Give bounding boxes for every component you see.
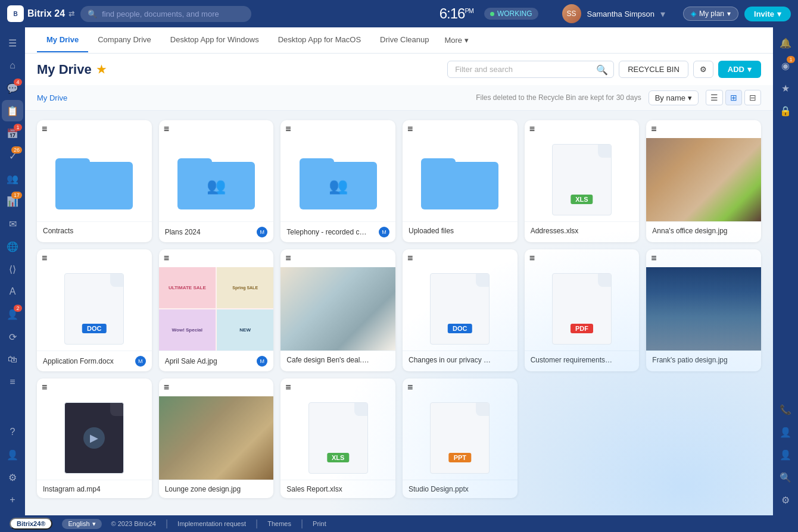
status-label: WORKING (497, 10, 532, 18)
sidebar-item-home[interactable]: ⌂ (2, 55, 23, 76)
card-menu-icon[interactable]: ≡ (42, 253, 47, 264)
right-person2-icon[interactable]: 👤 (775, 444, 796, 465)
settings-button[interactable]: ⚙ (693, 61, 713, 78)
sidebar-item-shop[interactable]: 🛍 (2, 349, 23, 370)
invite-button[interactable]: Invite ▾ (744, 7, 791, 21)
sidebar-item-menu[interactable]: ☰ (2, 32, 23, 54)
logo-icon: B (7, 5, 24, 22)
sidebar-item-code[interactable]: ⟨⟩ (2, 258, 23, 280)
language-selector[interactable]: English ▾ (62, 519, 101, 529)
my-plan-button[interactable]: ◈ My plan ▾ (683, 7, 738, 21)
settings-adjust-icon[interactable]: ⇄ (68, 10, 74, 18)
plan-dropdown-icon: ▾ (727, 10, 731, 18)
file-card[interactable]: ≡ XLS Addresses.xlsx (525, 120, 640, 242)
filter-search-input[interactable] (447, 61, 614, 78)
file-card[interactable]: ≡ DOC Changes in our privacy policy.docx (403, 249, 518, 371)
user-name[interactable]: Samantha Simpson (587, 10, 654, 18)
card-menu-icon[interactable]: ≡ (529, 253, 535, 264)
right-badge-icon[interactable]: ◉ 1 (775, 55, 796, 76)
card-menu-icon[interactable]: ≡ (164, 382, 169, 393)
file-card[interactable]: ≡ Frank's patio design.jpg (646, 249, 761, 371)
more-dropdown-icon: ▾ (465, 36, 469, 45)
card-menu-icon[interactable]: ≡ (529, 124, 535, 134)
sidebar-item-help[interactable]: ? (2, 421, 23, 443)
add-label: ADD (728, 65, 744, 74)
sidebar-item-mail[interactable]: ✉ (2, 213, 23, 234)
right-search-icon[interactable]: 🔍 (775, 467, 796, 488)
card-menu-icon[interactable]: ≡ (651, 124, 656, 134)
breadcrumb[interactable]: My Drive (37, 93, 67, 102)
tab-desktop-windows[interactable]: Desktop App for Windows (161, 28, 269, 52)
card-menu-icon[interactable]: ≡ (407, 253, 413, 264)
file-card[interactable]: ≡ 👥 Plans 2024 M (159, 120, 274, 242)
sidebar-item-automation[interactable]: ⟳ (2, 326, 23, 348)
file-card[interactable]: ≡ PDF Customer requirements.pdf (525, 249, 640, 371)
sidebar-item-employees[interactable]: 👤 2 (2, 303, 23, 325)
favorite-icon[interactable]: ★ (96, 63, 106, 76)
themes-link[interactable]: Themes (267, 520, 291, 527)
sort-by-selector[interactable]: By name ▾ (649, 90, 699, 105)
card-menu-icon[interactable]: ≡ (42, 124, 47, 134)
card-footer: Studio Design.pptx (403, 480, 518, 498)
file-card[interactable]: ≡ Anna's office design.jpg (646, 120, 761, 242)
card-menu-icon[interactable]: ≡ (164, 253, 169, 264)
card-menu-icon[interactable]: ≡ (285, 253, 291, 264)
tab-desktop-macos[interactable]: Desktop App for MacOS (269, 28, 370, 52)
card-menu-icon[interactable]: ≡ (407, 382, 413, 393)
sidebar-item-calendar[interactable]: 📅 1 (2, 123, 23, 144)
file-card[interactable]: ≡ Lounge zone design.jpg (159, 378, 274, 498)
right-settings-icon[interactable]: ⚙ (775, 489, 796, 511)
sidebar-item-chat[interactable]: 💬 4 (2, 77, 23, 99)
file-name: Application Form.docx (43, 357, 114, 365)
crm-badge: 17 (11, 192, 22, 199)
right-lock-icon[interactable]: 🔒 (775, 100, 796, 121)
right-star-icon[interactable]: ★ (775, 77, 796, 99)
tab-my-drive[interactable]: My Drive (37, 28, 88, 52)
working-status[interactable]: WORKING (484, 8, 538, 20)
file-card[interactable]: ≡ DOC Application Form.docx M (37, 249, 152, 371)
tab-drive-cleanup[interactable]: Drive Cleanup (370, 28, 438, 52)
file-card[interactable]: ≡ ULTIMATE SALE Spring SALE Wow! Special… (159, 249, 274, 371)
add-button[interactable]: ADD ▾ (718, 61, 761, 78)
right-notification-icon[interactable]: 🔔 (775, 32, 796, 54)
file-card[interactable]: ≡ 👥 Telephony - recorded calls (280, 120, 395, 242)
sidebar-item-user[interactable]: A (2, 281, 23, 302)
search-input[interactable] (80, 6, 251, 22)
file-card[interactable]: ≡ Uploaded files (403, 120, 518, 242)
card-menu-icon[interactable]: ≡ (651, 253, 656, 264)
view-grid-button[interactable]: ⊞ (725, 90, 742, 105)
file-card[interactable]: ≡ ▶ Instagram ad.mp4 (37, 378, 152, 498)
bitrix24-footer-button[interactable]: Bitrix24® (10, 518, 52, 530)
sidebar-item-admin[interactable]: 👤 (2, 444, 23, 465)
file-card[interactable]: ≡ Contracts (37, 120, 152, 242)
sidebar-item-settings[interactable]: ⚙ (2, 467, 23, 488)
sidebar-item-sites[interactable]: 🌐 (2, 236, 23, 257)
view-details-button[interactable]: ⊟ (744, 90, 761, 105)
sidebar-item-feed[interactable]: ≡ (2, 371, 23, 393)
view-list-button[interactable]: ☰ (706, 90, 723, 105)
card-menu-icon[interactable]: ≡ (285, 382, 291, 393)
app-logo[interactable]: B Bitrix 24 ⇄ (7, 5, 74, 22)
file-card[interactable]: ≡ PPT Studio Design.pptx (403, 378, 518, 498)
recycle-bin-button[interactable]: RECYCLE BIN (619, 61, 688, 78)
card-menu-icon[interactable]: ≡ (42, 382, 47, 393)
file-card[interactable]: ≡ Cafe design Ben's deal.jpg (280, 249, 395, 371)
file-card[interactable]: ≡ XLS Sales Report.xlsx (280, 378, 395, 498)
sidebar-item-drive[interactable]: 📋 (2, 100, 23, 121)
tab-company-drive[interactable]: Company Drive (88, 28, 161, 52)
card-menu-icon[interactable]: ≡ (407, 124, 413, 134)
card-menu-icon[interactable]: ≡ (164, 124, 169, 134)
right-phone-icon[interactable]: 📞 (775, 399, 796, 420)
print-link[interactable]: Print (313, 520, 326, 527)
sidebar-item-add[interactable]: + (2, 489, 23, 511)
right-person-icon[interactable]: 👤 (775, 421, 796, 443)
sidebar-item-contacts[interactable]: 👥 (2, 168, 23, 189)
tab-more[interactable]: More ▾ (438, 29, 475, 52)
card-menu-icon[interactable]: ≡ (285, 124, 291, 134)
implementation-request-link[interactable]: Implementation request (177, 520, 246, 527)
sidebar-item-crm[interactable]: 📊 17 (2, 190, 23, 212)
file-name: Plans 2024 (165, 228, 201, 236)
sort-by-dropdown-icon: ▾ (688, 93, 692, 102)
user-dropdown-icon[interactable]: ▾ (660, 8, 665, 20)
sidebar-item-tasks[interactable]: ✓ 26 (2, 145, 23, 167)
